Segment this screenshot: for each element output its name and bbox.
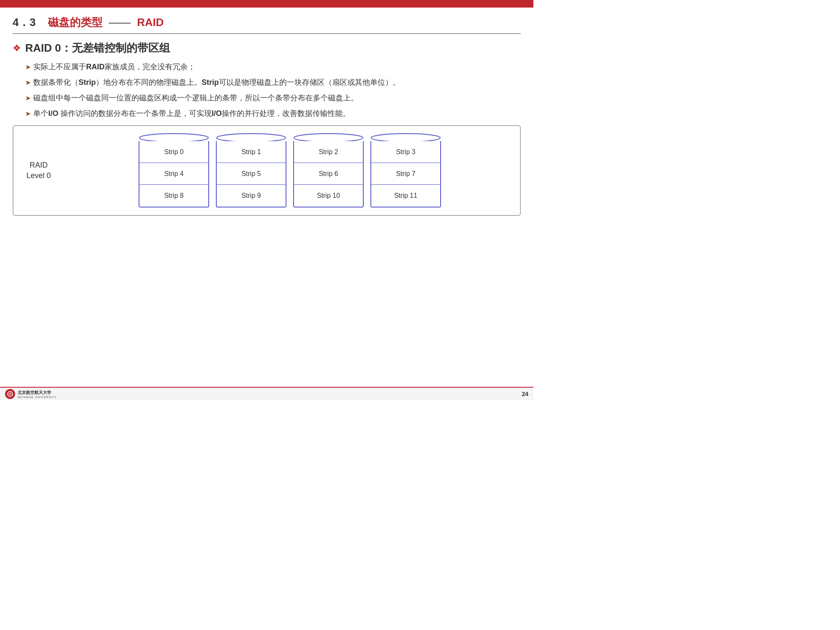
raid-heading-text: RAID 0：无差错控制的带区组 <box>25 41 170 55</box>
raid-rest: 无差错控制的带区组 <box>72 42 170 54</box>
logo-icon <box>5 389 15 399</box>
svg-point-2 <box>294 134 363 142</box>
diagram-box: RAID Level 0 Strip 0 Strip 4 Strip 8 <box>13 125 521 216</box>
strip-2-1: Strip 6 <box>294 163 363 185</box>
disks-container: Strip 0 Strip 4 Strip 8 Strip 1 Strip 5 … <box>68 134 512 207</box>
strip-3-2: Strip 11 <box>371 185 440 207</box>
logo-section: 北京航空航天大学 BEIHANG UNIVERSITY <box>5 389 57 399</box>
bullet-arrow-2: ➤ <box>25 78 31 88</box>
disk-3: Strip 3 Strip 7 Strip 11 <box>370 134 441 207</box>
raid-level-label: RAID Level 0 <box>22 160 55 181</box>
bullet-arrow-3: ➤ <box>25 93 31 103</box>
bottom-bar: 北京航空航天大学 BEIHANG UNIVERSITY 24 <box>0 387 533 400</box>
main-content: 4．3 磁盘的类型 —— RAID ❖ RAID 0：无差错控制的带区组 ➤ 实… <box>0 8 533 387</box>
section-main-title: 磁盘的类型 <box>48 16 102 29</box>
section-dash: —— <box>109 16 131 29</box>
bullet-item-3: ➤ 磁盘组中每一个磁盘同一位置的磁盘区构成一个逻辑上的条带，所以一个条带分布在多… <box>25 92 521 104</box>
section-raid-label: RAID <box>137 16 164 29</box>
bullet-text-3: 磁盘组中每一个磁盘同一位置的磁盘区构成一个逻辑上的条带，所以一个条带分布在多个磁… <box>33 92 521 104</box>
university-english: BEIHANG UNIVERSITY <box>18 396 57 399</box>
page-number: 24 <box>522 391 528 397</box>
strip-1-0: Strip 1 <box>217 141 286 163</box>
top-bar <box>0 0 533 8</box>
bullet-item-4: ➤ 单个I/O 操作访问的数据分布在一个条带上是，可实现I/O操作的并行处理，改… <box>25 108 521 119</box>
diamond-icon: ❖ <box>13 43 21 54</box>
disk-2: Strip 2 Strip 6 Strip 10 <box>293 134 364 207</box>
raid-bold: RAID 0： <box>25 42 72 54</box>
bullet-item-2: ➤ 数据条带化（Strip）地分布在不同的物理磁盘上。Strip可以是物理磁盘上… <box>25 77 521 88</box>
bullet-item-1: ➤ 实际上不应属于RAID家族成员，完全没有冗余； <box>25 61 521 73</box>
disk-0: Strip 0 Strip 4 Strip 8 <box>139 134 209 207</box>
svg-point-3 <box>371 134 440 142</box>
disk-1: Strip 1 Strip 5 Strip 9 <box>216 134 286 207</box>
svg-point-0 <box>139 134 208 142</box>
bullet-arrow-1: ➤ <box>25 62 31 72</box>
strip-1-2: Strip 9 <box>217 185 286 207</box>
svg-point-1 <box>217 134 286 142</box>
strip-2-2: Strip 10 <box>294 185 363 207</box>
bullet-text-1: 实际上不应属于RAID家族成员，完全没有冗余； <box>33 61 521 73</box>
strip-3-0: Strip 3 <box>371 141 440 163</box>
section-number: 4．3 <box>13 16 36 29</box>
bullets-container: ➤ 实际上不应属于RAID家族成员，完全没有冗余； ➤ 数据条带化（Strip）… <box>25 61 521 119</box>
slide-title: 4．3 磁盘的类型 —— RAID <box>13 16 164 29</box>
strip-3-1: Strip 7 <box>371 163 440 185</box>
strip-1-1: Strip 5 <box>217 163 286 185</box>
raid-heading: ❖ RAID 0：无差错控制的带区组 <box>13 41 521 55</box>
strip-0-2: Strip 8 <box>139 185 208 207</box>
title-section: 4．3 磁盘的类型 —— RAID <box>13 15 521 34</box>
bullet-arrow-4: ➤ <box>25 109 31 119</box>
university-chinese: 北京航空航天大学 <box>18 390 57 396</box>
strip-0-0: Strip 0 <box>139 141 208 163</box>
bullet-text-4: 单个I/O 操作访问的数据分布在一个条带上是，可实现I/O操作的并行处理，改善数… <box>33 108 521 119</box>
bullet-text-2: 数据条带化（Strip）地分布在不同的物理磁盘上。Strip可以是物理磁盘上的一… <box>33 77 521 88</box>
strip-0-1: Strip 4 <box>139 163 208 185</box>
strip-2-0: Strip 2 <box>294 141 363 163</box>
